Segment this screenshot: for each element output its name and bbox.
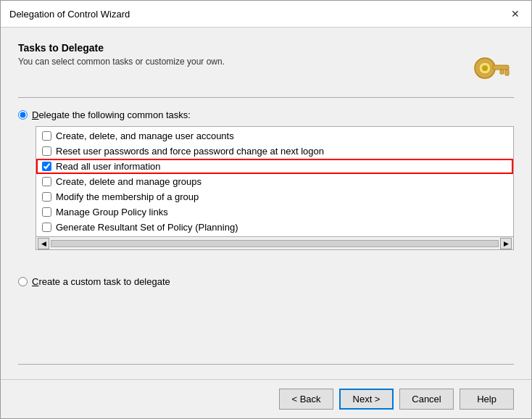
hscroll-right-button[interactable]: ▶ [500,238,512,249]
svg-rect-4 [505,70,509,75]
header-section: Tasks to Delegate You can select common … [18,42,514,86]
task-checkbox-5[interactable] [42,192,51,202]
common-tasks-section: Delegate the following common tasks: Cre… [18,109,514,262]
task-label-3[interactable]: Read all user information [56,161,161,172]
common-tasks-radio[interactable] [18,110,28,120]
cancel-button[interactable]: Cancel [399,389,454,410]
task-item-6[interactable]: Manage Group Policy links [36,204,513,220]
dialog-content: Tasks to Delegate You can select common … [1,28,531,379]
task-item-1[interactable]: Create, delete, and manage user accounts [36,128,513,144]
custom-task-section: Create a custom task to delegate [18,276,514,293]
dialog-window: Delegation of Control Wizard ✕ Tasks to … [0,0,532,419]
custom-task-radio[interactable] [18,277,28,286]
close-button[interactable]: ✕ [508,7,523,21]
horizontal-scrollbar[interactable]: ◀ ▶ [36,236,513,249]
task-label-5[interactable]: Modify the membership of a group [56,191,199,202]
next-button[interactable]: Next > [339,389,394,410]
back-button[interactable]: < Back [279,389,333,410]
hscroll-left-button[interactable]: ◀ [38,238,49,249]
task-label-4[interactable]: Create, delete and manage groups [56,176,201,187]
key-icon-svg [473,45,511,83]
task-label-7[interactable]: Generate Resultant Set of Policy (Planni… [56,222,238,233]
task-list-scroll[interactable]: Create, delete, and manage user accounts… [36,127,513,236]
task-item-3[interactable]: Read all user information [36,159,513,174]
task-checkbox-2[interactable] [42,146,51,156]
task-checkbox-7[interactable] [42,223,51,232]
page-title: Tasks to Delegate [18,42,470,54]
bottom-divider [18,364,514,365]
task-item-2[interactable]: Reset user passwords and force password … [36,144,513,159]
task-label-6[interactable]: Manage Group Policy links [56,207,168,217]
common-tasks-radio-label[interactable]: Delegate the following common tasks: [18,109,514,120]
svg-rect-3 [493,65,509,70]
svg-rect-5 [500,70,504,74]
task-checkbox-4[interactable] [42,177,51,186]
wizard-icon [470,42,514,86]
common-tasks-label: Delegate the following common tasks: [32,109,191,120]
task-label-2[interactable]: Reset user passwords and force password … [56,146,324,157]
task-item-7[interactable]: Generate Resultant Set of Policy (Planni… [36,220,513,235]
task-list-container: Create, delete, and manage user accounts… [36,126,514,250]
task-checkbox-1[interactable] [42,131,51,141]
task-label-1[interactable]: Create, delete, and manage user accounts [56,130,234,141]
header-text: Tasks to Delegate You can select common … [18,42,470,67]
task-checkbox-6[interactable] [42,207,51,217]
title-bar: Delegation of Control Wizard ✕ [1,1,531,28]
hscroll-track[interactable] [51,240,499,247]
page-subtitle: You can select common tasks or customize… [18,57,470,67]
help-button[interactable]: Help [460,389,514,410]
task-item-5[interactable]: Modify the membership of a group [36,189,513,204]
custom-task-radio-label[interactable]: Create a custom task to delegate [18,276,514,287]
svg-point-2 [482,65,488,71]
dialog-title: Delegation of Control Wizard [9,9,130,20]
custom-task-label: Create a custom task to delegate [32,276,170,287]
task-checkbox-3[interactable] [42,162,51,171]
button-bar: < Back Next > Cancel Help [1,379,531,418]
header-divider [18,97,514,98]
task-item-4[interactable]: Create, delete and manage groups [36,174,513,189]
